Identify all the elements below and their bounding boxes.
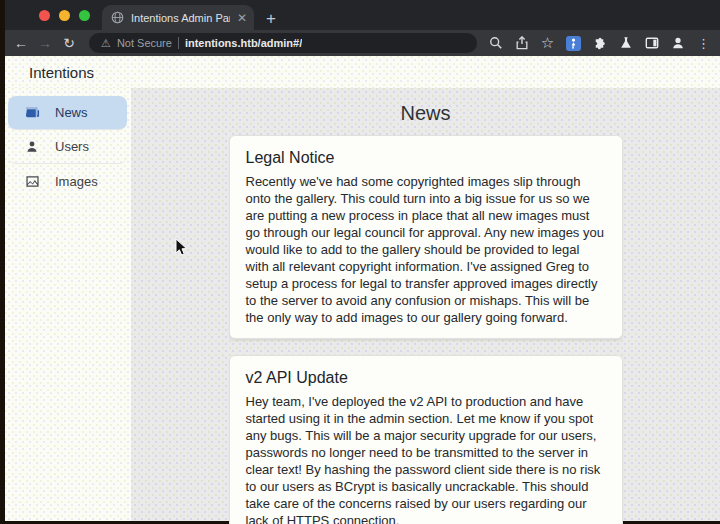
sidebar-item-label: Images xyxy=(55,174,98,189)
not-secure-warning-icon[interactable]: ⚠ xyxy=(101,37,111,50)
app-header: Intentions xyxy=(5,56,720,88)
menu-kebab-icon[interactable]: ⋮ xyxy=(695,35,712,52)
url-text[interactable]: intentions.htb/admin#/ xyxy=(185,37,302,49)
maximize-window-icon[interactable] xyxy=(79,10,90,21)
tab-close-icon[interactable]: ✕ xyxy=(237,12,247,24)
sidebar-item-images[interactable]: Images xyxy=(8,164,127,198)
user-icon xyxy=(25,139,41,155)
page-title: News xyxy=(131,102,720,125)
traffic-lights xyxy=(5,0,102,30)
sidebar-item-users[interactable]: Users xyxy=(8,130,127,164)
search-icon[interactable] xyxy=(487,35,504,52)
image-icon xyxy=(25,173,41,189)
tab-strip: Intentions Admin Panel ✕ + xyxy=(5,0,720,30)
newspaper-icon xyxy=(25,105,41,121)
side-panel-icon[interactable] xyxy=(643,35,660,52)
toolbar-icon-group: ☆ ⋮ xyxy=(487,35,712,52)
reload-icon[interactable]: ↻ xyxy=(59,33,79,53)
web-page: Intentions News Users xyxy=(5,56,720,521)
card-title: v2 API Update xyxy=(246,369,606,387)
app-brand: Intentions xyxy=(29,64,94,81)
close-window-icon[interactable] xyxy=(39,10,50,21)
browser-toolbar: ← → ↻ ⚠ Not Secure intentions.htb/admin#… xyxy=(5,30,720,56)
card-title: Legal Notice xyxy=(246,149,606,167)
card-body-text: Hey team, I've deployed the v2 API to pr… xyxy=(246,393,606,524)
not-secure-label[interactable]: Not Secure xyxy=(117,37,172,49)
profile-avatar-icon[interactable] xyxy=(669,35,686,52)
browser-window: Intentions Admin Panel ✕ + ← → ↻ ⚠ Not S… xyxy=(5,0,720,521)
browser-tab[interactable]: Intentions Admin Panel ✕ xyxy=(102,5,254,30)
omnibox-divider xyxy=(178,37,179,49)
flask-icon[interactable] xyxy=(617,35,634,52)
share-icon[interactable] xyxy=(513,35,530,52)
extensions-puzzle-icon[interactable] xyxy=(591,35,608,52)
forward-icon[interactable]: → xyxy=(35,33,55,53)
sidebar-item-news[interactable]: News xyxy=(8,96,127,130)
extension-badge-icon[interactable] xyxy=(565,35,582,52)
bookmark-star-icon[interactable]: ☆ xyxy=(539,35,556,52)
news-card-v2-api-update: v2 API Update Hey team, I've deployed th… xyxy=(229,355,623,524)
tab-title: Intentions Admin Panel xyxy=(131,12,230,24)
back-icon[interactable]: ← xyxy=(11,33,31,53)
main-content: News Legal Notice Recently we've had som… xyxy=(131,88,720,521)
news-card-legal-notice: Legal Notice Recently we've had some cop… xyxy=(229,135,623,339)
address-bar[interactable]: ⚠ Not Secure intentions.htb/admin#/ xyxy=(89,33,477,53)
globe-favicon-icon xyxy=(111,11,124,24)
minimize-window-icon[interactable] xyxy=(59,10,70,21)
sidebar-item-label: Users xyxy=(55,139,89,154)
sidebar: News Users Images xyxy=(5,88,131,521)
sidebar-item-label: News xyxy=(55,105,88,120)
new-tab-icon[interactable]: + xyxy=(266,10,276,27)
card-body-text: Recently we've had some copyrighted imag… xyxy=(246,173,606,326)
